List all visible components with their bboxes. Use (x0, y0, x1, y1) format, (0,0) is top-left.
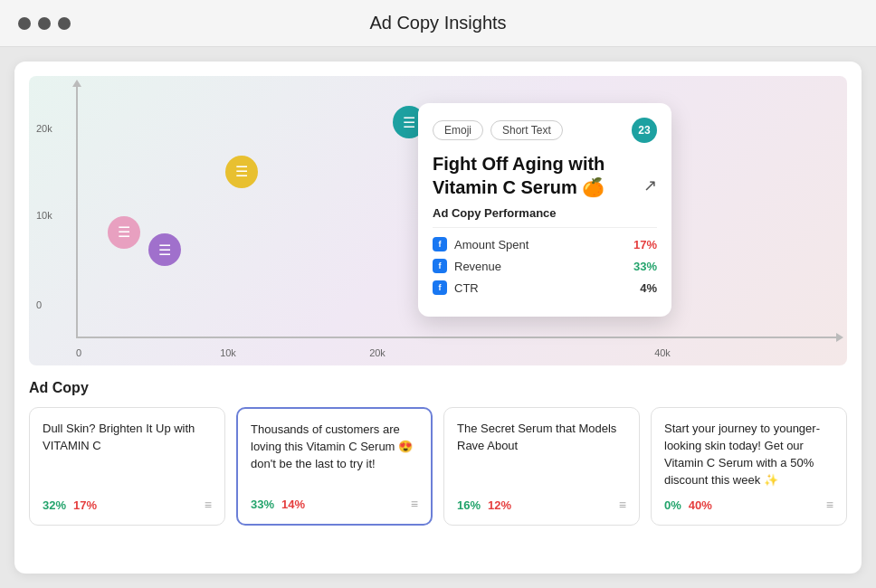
data-point-3[interactable]: ☰ (225, 156, 258, 188)
tooltip-popup: Emoji Short Text 23 Fight Off Aging with… (418, 103, 671, 317)
ad-card-4[interactable]: Start your journey to younger-looking sk… (651, 407, 847, 526)
score-badge: 23 (632, 118, 657, 143)
metric-row-1: f Amount Spent 17% (433, 237, 657, 251)
ad-card-metrics-4: 0% 40% ≡ (664, 498, 833, 512)
ad-card-text-1: Dull Skin? Brighten It Up with VITAMIN C (43, 421, 212, 488)
main-container: 20k 10k 0 0 10k 20k 40k ☰ ☰ ☰ ☰ (14, 62, 862, 574)
metric-label-1: Amount Spent (454, 238, 633, 251)
dot-yellow[interactable] (38, 17, 51, 30)
metric-value-3: 4% (640, 281, 657, 295)
dot-green[interactable] (58, 17, 71, 30)
metric-green-3: 16% (457, 498, 481, 512)
ad-card-metrics-1: 32% 17% ≡ (43, 498, 212, 512)
metric-red-1: 17% (73, 498, 97, 512)
ad-card-text-2: Thousands of customers are loving this V… (251, 422, 418, 488)
tag-short-text[interactable]: Short Text (490, 120, 563, 140)
fb-icon-2: f (433, 259, 447, 273)
page-title: Ad Copy Insights (369, 13, 506, 33)
section-title: Ad Copy (29, 380, 847, 396)
window-controls (18, 17, 71, 30)
ad-card-text-4: Start your journey to younger-looking sk… (664, 421, 833, 488)
ad-card-3[interactable]: The Secret Serum that Models Rave About … (443, 407, 640, 526)
ad-card-text-3: The Secret Serum that Models Rave About (457, 421, 626, 488)
tag-emoji[interactable]: Emoji (433, 120, 483, 140)
metric-value-1: 17% (633, 238, 657, 251)
chat-icon-4: ☰ (403, 114, 415, 131)
metric-value-2: 33% (633, 260, 657, 273)
ad-card-metrics-3: 16% 12% ≡ (457, 498, 626, 512)
ad-card-1[interactable]: Dull Skin? Brighten It Up with VITAMIN C… (29, 407, 225, 526)
metric-red-3: 12% (488, 498, 511, 512)
tooltip-title: Fight Off Aging with Vitamin C Serum 🍊 (433, 152, 657, 199)
x-axis (76, 337, 838, 338)
metric-green-2: 33% (251, 498, 274, 511)
data-point-1[interactable]: ☰ (108, 216, 140, 249)
chat-icon-1: ☰ (118, 223, 130, 241)
fb-icon-3: f (433, 280, 447, 295)
chat-icon-2: ☰ (158, 242, 171, 259)
metric-green-4: 0% (664, 498, 681, 512)
cards-row: Dull Skin? Brighten It Up with VITAMIN C… (29, 407, 847, 526)
metric-red-4: 40% (689, 498, 712, 512)
dot-red[interactable] (18, 17, 31, 30)
ad-copy-section: Ad Copy Dull Skin? Brighten It Up with V… (29, 380, 847, 559)
y-label-10k: 10k (36, 210, 52, 221)
lines-icon-1: ≡ (205, 498, 212, 512)
chart-area: 20k 10k 0 0 10k 20k 40k ☰ ☰ ☰ ☰ (29, 76, 847, 365)
metric-red-2: 14% (281, 498, 305, 511)
metric-label-2: Revenue (454, 260, 633, 273)
metric-row-2: f Revenue 33% (433, 259, 657, 273)
data-point-2[interactable]: ☰ (148, 233, 181, 266)
chat-icon-3: ☰ (235, 163, 248, 180)
metric-label-3: CTR (454, 281, 640, 295)
title-bar: Ad Copy Insights (0, 0, 876, 47)
x-label-10k: 10k (220, 347, 236, 358)
tooltip-divider (433, 227, 657, 228)
x-label-40k: 40k (654, 347, 671, 358)
y-axis (76, 85, 78, 338)
ad-card-metrics-2: 33% 14% ≡ (251, 497, 418, 511)
y-label-0: 0 (36, 299, 42, 310)
x-label-20k: 20k (369, 347, 386, 358)
lines-icon-2: ≡ (411, 497, 418, 511)
tooltip-subtitle: Ad Copy Performance (433, 206, 657, 220)
y-label-20k: 20k (36, 123, 52, 134)
cursor-icon: ↗ (643, 175, 657, 195)
x-label-0: 0 (76, 347, 81, 358)
lines-icon-4: ≡ (826, 498, 833, 512)
fb-icon-1: f (433, 237, 447, 251)
metric-green-1: 32% (43, 498, 66, 512)
lines-icon-3: ≡ (619, 498, 626, 512)
chart-inner: 20k 10k 0 0 10k 20k 40k ☰ ☰ ☰ ☰ (29, 76, 847, 365)
ad-card-2[interactable]: Thousands of customers are loving this V… (236, 407, 433, 526)
metric-row-3: f CTR 4% (433, 280, 657, 295)
tooltip-tags: Emoji Short Text 23 (433, 118, 657, 143)
